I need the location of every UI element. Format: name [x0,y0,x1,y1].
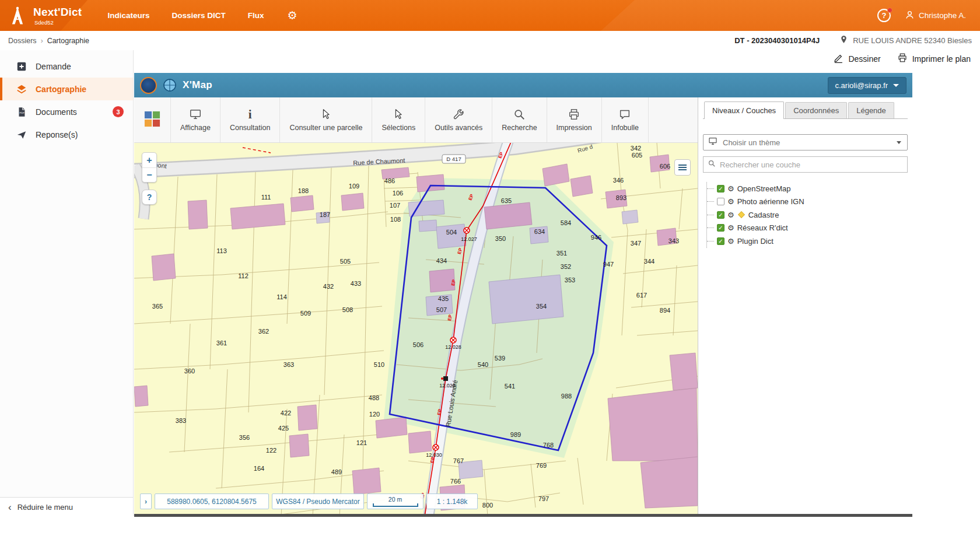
network-node-square-icon[interactable] [443,376,448,381]
reponse-icon [16,130,27,140]
layer-checkbox[interactable]: ✓ [717,237,724,245]
toolbar-label: Consultation [230,124,271,132]
layer-label[interactable]: Réseaux R'dict [737,223,788,232]
layer-checkbox[interactable]: ✓ [717,211,724,219]
account-menu[interactable]: c.arioli@sirap.fr [828,77,907,94]
layers-panel: Niveaux / CouchesCoordonnéesLégende Choi… [698,97,912,516]
parcel-label: 797 [538,495,549,502]
parcel-label: 510 [374,361,384,368]
layer-label[interactable]: Cadastre [748,211,779,219]
pencil-icon [834,53,844,65]
nav-dossiers-dict[interactable]: Dossiers DICT [172,11,225,20]
network-node-label: 12.028 [445,344,461,350]
tab-legende[interactable]: Légende [848,102,894,118]
toolbar-recherche[interactable]: Recherche [492,97,546,142]
map-area: D 417 Rue de ChaumonthaumontRue dRue Lou… [134,143,698,516]
xmap-bottom-bar [134,514,912,517]
parcel-label: 769 [536,462,547,469]
search-icon [513,108,526,121]
brand[interactable]: Next'Dict Sded52 [8,5,82,26]
cadastre-icon [738,211,745,218]
tab-niveaux-couches[interactable]: Niveaux / Couches [704,102,784,119]
layout-grid-button[interactable] [134,97,170,142]
layer-label[interactable]: Photo aérienne IGN [737,197,804,206]
parcel-label: 539 [495,355,505,362]
scale-bar-bracket [373,503,418,507]
parcel-label: 383 [176,417,186,424]
parcel-label: 540 [478,361,488,368]
sidebar-item-demande[interactable]: Demande [0,55,133,78]
layer-gear-icon[interactable]: ⚙ [727,224,734,232]
draw-button[interactable]: Dessiner [834,52,880,65]
layer-gear-icon[interactable]: ⚙ [727,237,734,245]
tab-coordonnees[interactable]: Coordonnées [785,102,847,118]
toolbar-consultation[interactable]: iConsultation [220,97,280,142]
map-canvas[interactable]: D 417 Rue de ChaumonthaumontRue dRue Lou… [134,143,698,516]
layer-gear-icon[interactable]: ⚙ [727,185,734,192]
user-menu[interactable]: Christophe A. [905,10,966,22]
toolbar-outils-avances[interactable]: Outils avancés [425,97,492,142]
statusbar-expand-button[interactable]: › [140,494,152,509]
breadcrumb-root[interactable]: Dossiers [8,37,37,45]
draw-label: Dessiner [848,54,880,64]
parcel-label: 108 [390,216,401,223]
layer-checkbox[interactable]: ✓ [717,185,724,192]
toolbar-affichage[interactable]: Affichage [170,97,220,142]
globe-icon [163,78,177,92]
zoom-control: + − [142,152,157,183]
toolbar-label: Outils avancés [435,124,482,132]
layer-checkbox[interactable]: ✓ [717,224,724,232]
action-bar: Dessiner Imprimer le plan [834,52,971,65]
parcel-label: 356 [239,434,250,441]
parcel-label: 617 [636,292,647,299]
nav-indicateurs[interactable]: Indicateurs [107,11,149,20]
map-menu-button[interactable] [674,159,691,176]
layer-checkbox[interactable] [717,198,724,205]
settings-gear-icon[interactable]: ⚙ [287,10,297,21]
parcel-label: 504 [446,229,457,236]
toolbar-consulter-une-parcelle[interactable]: Consulter une parcelle [279,97,372,142]
network-node-label: 12.030 [426,452,442,458]
help-button[interactable]: ? [877,9,891,22]
theme-select[interactable]: Choisir un thème [703,134,908,150]
network-node-label: 12.029 [439,383,456,388]
sirap-logo [140,77,157,94]
parcel-label: 363 [284,361,294,368]
parcel-label: 605 [632,152,642,159]
node-dot-icon [441,377,443,380]
layer-label[interactable]: OpenStreetMap [737,184,791,193]
layer-label[interactable]: Plugin Dict [737,237,774,246]
collapse-menu-button[interactable]: ‹ Réduire le menu [0,497,133,516]
projection-selector[interactable]: WGS84 / Pseudo Mercator [272,494,364,509]
parcel-label: 111 [261,194,271,201]
toolbar-infobulle[interactable]: Infobulle [601,97,649,142]
map-toolbar: AffichageiConsultationConsulter une parc… [134,97,698,143]
parcel-label: 988 [561,393,572,400]
map-help-button[interactable]: ? [142,190,157,205]
scale-ratio[interactable]: 1 : 1.148k [426,494,478,509]
parcel-label: 347 [631,240,641,247]
toolbar-selections[interactable]: Sélections [372,97,425,142]
brand-subtitle: Sded52 [34,19,82,26]
parcel-label: 584 [561,219,571,226]
nav-flux[interactable]: Flux [248,11,264,20]
zoom-in-button[interactable]: + [142,153,156,167]
layer-gear-icon[interactable]: ⚙ [727,198,734,205]
parcel-label: 433 [351,280,361,287]
toolbar-label: Infobulle [611,124,639,132]
collapse-menu-label: Réduire le menu [18,503,73,512]
zoom-out-button[interactable]: − [142,167,156,182]
layer-search-input[interactable] [720,160,903,169]
sidebar-item-reponse-s[interactable]: Reponse(s) [0,123,133,146]
sidebar-item-cartographie[interactable]: Cartographie [0,78,133,100]
parcel-label: 343 [668,237,679,244]
toolbar-impression[interactable]: Impression [547,97,601,142]
print-plan-button[interactable]: Imprimer le plan [897,52,971,65]
parcel-label: 893 [616,194,626,201]
monitor-icon [708,136,718,148]
hamburger-icon [678,167,687,168]
tree-connector [707,188,714,189]
parcel-label: 112 [238,272,249,279]
layer-gear-icon[interactable]: ⚙ [727,211,734,219]
sidebar-item-documents[interactable]: PDFDocuments3 [0,100,133,123]
